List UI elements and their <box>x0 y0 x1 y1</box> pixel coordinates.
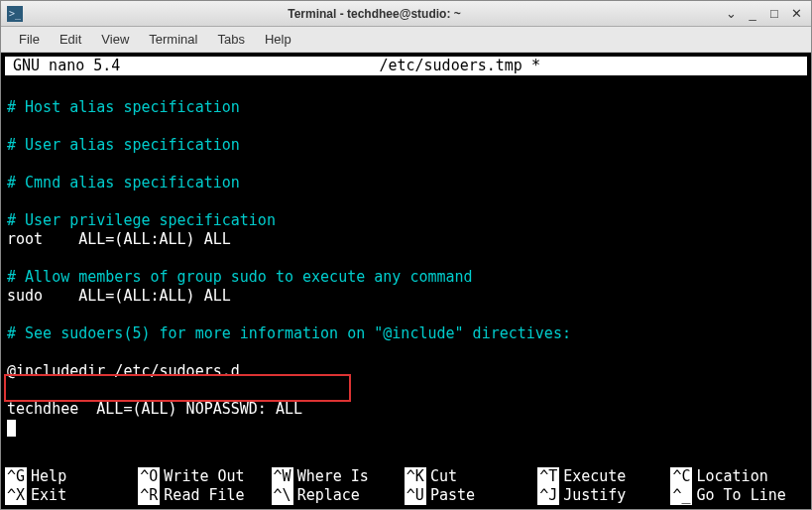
shortcut-label: Justify <box>563 486 626 505</box>
config-line: root ALL=(ALL:ALL) ALL <box>7 230 231 248</box>
shortcut-key: ^C <box>670 467 692 486</box>
comment-line: # See sudoers(5) for more information on… <box>7 324 571 342</box>
shortcut-row-1: ^GHelp ^OWrite Out ^WWhere Is ^KCut ^TEx… <box>5 467 807 486</box>
terminal-area[interactable]: GNU nano 5.4 /etc/sudoers.tmp * # Host a… <box>1 53 811 509</box>
shortcut-execute: ^TExecute <box>537 467 670 486</box>
config-line: @includedir /etc/sudoers.d <box>7 362 240 380</box>
shortcut-key: ^\ <box>272 486 293 505</box>
comment-line: # Host alias specification <box>7 98 240 116</box>
comment-line: # Cmnd alias specification <box>7 174 240 191</box>
menu-file[interactable]: File <box>9 29 50 50</box>
nano-version: GNU nano 5.4 <box>13 57 120 75</box>
shortcut-exit: ^XExit <box>5 486 138 505</box>
shortcut-label: Read File <box>164 486 244 505</box>
shortcut-key: ^U <box>405 486 426 505</box>
config-line-highlighted: techdhee ALL=(ALL) NOPASSWD: ALL <box>7 400 302 418</box>
minimize-button[interactable]: _ <box>744 5 761 23</box>
shortcut-key: ^W <box>272 467 293 486</box>
window-title: Terminal - techdhee@studio: ~ <box>31 7 718 21</box>
shortcut-label: Execute <box>563 467 626 486</box>
shortcut-gotoline: ^_Go To Line <box>670 486 803 505</box>
shortcut-key: ^_ <box>670 486 692 505</box>
shortcut-key: ^K <box>405 467 426 486</box>
shortcut-label: Where Is <box>297 467 369 486</box>
nano-header: GNU nano 5.4 /etc/sudoers.tmp * <box>5 57 807 75</box>
menubar: File Edit View Terminal Tabs Help <box>1 27 811 53</box>
cursor <box>7 420 16 437</box>
shortcut-label: Cut <box>430 467 457 486</box>
shortcut-key: ^J <box>537 486 559 505</box>
shortcut-justify: ^JJustify <box>537 486 670 505</box>
menu-terminal[interactable]: Terminal <box>139 29 207 50</box>
shortcut-cut: ^KCut <box>405 467 537 486</box>
menu-tabs[interactable]: Tabs <box>207 29 254 50</box>
shortcut-label: Exit <box>31 486 66 505</box>
titlebar: >_ Terminal - techdhee@studio: ~ ⌄ _ □ ✕ <box>1 1 811 27</box>
shortcut-writeout: ^OWrite Out <box>138 467 271 486</box>
config-line: sudo ALL=(ALL:ALL) ALL <box>7 287 231 305</box>
terminal-icon: >_ <box>7 6 23 22</box>
shortcut-key: ^T <box>537 467 559 486</box>
nano-shortcuts: ^GHelp ^OWrite Out ^WWhere Is ^KCut ^TEx… <box>5 467 807 505</box>
menu-view[interactable]: View <box>91 29 139 50</box>
shortcut-location: ^CLocation <box>670 467 803 486</box>
terminal-window: >_ Terminal - techdhee@studio: ~ ⌄ _ □ ✕… <box>0 0 812 510</box>
menu-help[interactable]: Help <box>255 29 301 50</box>
dropdown-button[interactable]: ⌄ <box>722 5 740 23</box>
shortcut-label: Replace <box>297 486 360 505</box>
shortcut-whereis: ^WWhere Is <box>272 467 405 486</box>
shortcut-paste: ^UPaste <box>405 486 537 505</box>
shortcut-label: Go To Line <box>696 486 785 505</box>
shortcut-key: ^G <box>5 467 27 486</box>
comment-line: # User privilege specification <box>7 211 276 229</box>
close-button[interactable]: ✕ <box>787 5 805 23</box>
shortcut-key: ^X <box>5 486 27 505</box>
editor-content[interactable]: # Host alias specification # User alias … <box>5 75 807 438</box>
shortcut-label: Location <box>696 467 767 486</box>
comment-line: # Allow members of group sudo to execute… <box>7 268 473 286</box>
shortcut-replace: ^\Replace <box>272 486 405 505</box>
shortcut-key: ^R <box>138 486 160 505</box>
menu-edit[interactable]: Edit <box>50 29 91 50</box>
shortcut-label: Paste <box>430 486 475 505</box>
shortcut-readfile: ^RRead File <box>138 486 271 505</box>
comment-line: # User alias specification <box>7 136 240 154</box>
nano-filename: /etc/sudoers.tmp * <box>120 57 799 75</box>
shortcut-key: ^O <box>138 467 160 486</box>
shortcut-label: Help <box>31 467 66 486</box>
shortcut-help: ^GHelp <box>5 467 138 486</box>
shortcut-label: Write Out <box>164 467 244 486</box>
maximize-button[interactable]: □ <box>765 5 783 23</box>
shortcut-row-2: ^XExit ^RRead File ^\Replace ^UPaste ^JJ… <box>5 486 807 505</box>
